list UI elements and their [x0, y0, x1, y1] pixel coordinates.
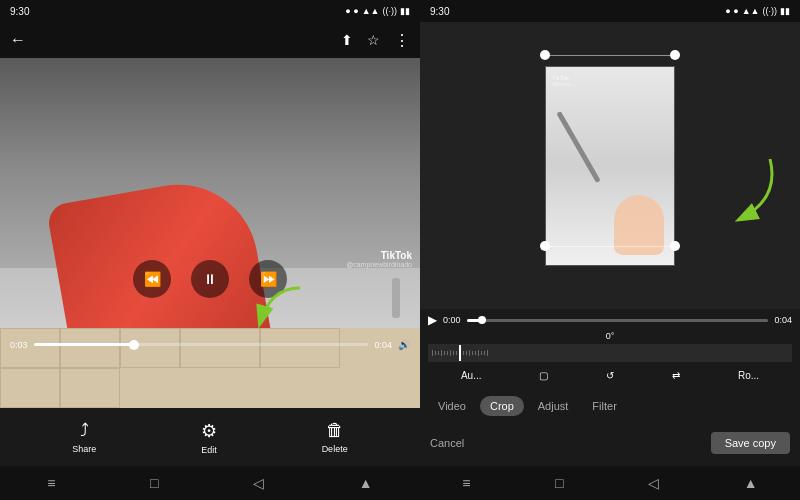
right-panel: 9:30 ● ● ▲▲ ((·)) ▮▮ TikTok@cam... — [420, 0, 800, 500]
crop-handle-tr[interactable] — [670, 50, 680, 60]
bottom-bar-right: Cancel Save copy — [420, 420, 800, 466]
tab-adjust[interactable]: Adjust — [528, 396, 579, 416]
nav-app-icon-right[interactable]: ▲ — [744, 475, 758, 491]
status-icons-right: ● ● ▲▲ ((·)) ▮▮ — [725, 6, 790, 16]
tick-9 — [456, 351, 457, 355]
time-start-left: 0:03 — [10, 340, 28, 350]
forward-button[interactable]: ⏩ — [249, 260, 287, 298]
rewind-button[interactable]: ⏪ — [133, 260, 171, 298]
tick-10 — [463, 351, 464, 355]
volume-icon[interactable]: 🔊 — [398, 339, 410, 350]
progress-fill-left — [34, 343, 134, 346]
tick-15 — [478, 350, 479, 356]
tick-1 — [432, 350, 433, 356]
ruler-row[interactable] — [428, 344, 792, 362]
battery-icon: ▮▮ — [400, 6, 410, 16]
battery-icon-right: ▮▮ — [780, 6, 790, 16]
tick-3 — [438, 351, 439, 355]
nav-app-icon[interactable]: ▲ — [359, 475, 373, 491]
audio-tool-button[interactable]: Au... — [455, 367, 488, 384]
crop-handle-bl[interactable] — [540, 241, 550, 251]
tick-17 — [484, 351, 485, 355]
progress-track-left[interactable] — [34, 343, 369, 346]
notification-dots-right: ● ● — [725, 6, 738, 16]
object-bottom — [392, 278, 400, 318]
status-icons-left: ● ● ▲▲ ((·)) ▮▮ — [345, 6, 410, 16]
crop-handle-br[interactable] — [670, 241, 680, 251]
upload-icon[interactable]: ⬆ — [341, 32, 353, 48]
playback-controls: ⏪ ⏸ ⏩ — [133, 260, 287, 298]
delete-button[interactable]: 🗑 Delete — [322, 420, 348, 454]
nav-menu-icon[interactable]: ≡ — [47, 475, 55, 491]
aspect-tool-button[interactable]: ▢ — [533, 367, 554, 384]
left-panel: 9:30 ● ● ▲▲ ((·)) ▮▮ ← ⬆ ☆ ⋮ — [0, 0, 420, 500]
more-icon[interactable]: ⋮ — [394, 31, 410, 50]
pause-button[interactable]: ⏸ — [191, 260, 229, 298]
progress-dot-left — [129, 340, 139, 350]
timeline-track-right[interactable] — [467, 319, 769, 322]
rotation-value: 0° — [606, 331, 615, 341]
wifi-icon-right: ((·)) — [763, 6, 778, 16]
share-label: Share — [72, 444, 96, 454]
progress-area-left: 0:03 0:04 🔊 — [10, 339, 410, 350]
nav-home-icon[interactable]: □ — [150, 475, 158, 491]
tiktok-small: TikTok@cam... — [552, 75, 574, 87]
tools-row: Au... ▢ ↺ ⇄ Ro... — [428, 365, 792, 386]
nav-home-icon-right[interactable]: □ — [555, 475, 563, 491]
pen-shape — [556, 111, 600, 183]
tick-16 — [481, 351, 482, 355]
rotate-tool-button[interactable]: ↺ — [600, 367, 620, 384]
edit-label: Edit — [201, 445, 217, 455]
playback-time-end: 0:04 — [774, 315, 792, 325]
wifi-icon: ((·)) — [383, 6, 398, 16]
aspect-tool-icon: ▢ — [539, 370, 548, 381]
signal-icon-right: ▲▲ — [742, 6, 760, 16]
tick-6 — [447, 351, 448, 355]
timeline-dot-right — [478, 316, 486, 324]
crop-bottom-row — [540, 241, 680, 251]
crop-top-line — [550, 55, 670, 56]
tab-video[interactable]: Video — [428, 396, 476, 416]
tiktok-watermark: TikTok @campnewbirdinado — [346, 250, 412, 268]
save-copy-button[interactable]: Save copy — [711, 432, 790, 454]
timeline-area-right: ▶ 0:00 0:04 0° — [420, 309, 800, 392]
green-arrow-right — [700, 139, 790, 229]
nav-back-icon-right[interactable]: ◁ — [648, 475, 659, 491]
crop-handle-tl[interactable] — [540, 50, 550, 60]
edit-button[interactable]: ⚙ Edit — [201, 420, 217, 455]
back-icon[interactable]: ← — [10, 31, 26, 49]
time-left: 9:30 — [10, 6, 29, 17]
delete-icon: 🗑 — [326, 420, 344, 441]
cancel-button[interactable]: Cancel — [430, 437, 464, 449]
tick-8 — [453, 351, 454, 355]
nav-back-icon[interactable]: ◁ — [253, 475, 264, 491]
play-button-right[interactable]: ▶ — [428, 313, 437, 327]
top-bar-icons: ⬆ ☆ ⋮ — [341, 31, 410, 50]
flip-tool-button[interactable]: ⇄ — [666, 367, 686, 384]
share-icon: ⤴ — [80, 420, 89, 441]
edit-icon: ⚙ — [201, 420, 217, 442]
tick-13 — [472, 351, 473, 355]
tab-filter[interactable]: Filter — [582, 396, 626, 416]
floor-tile-6 — [0, 368, 60, 408]
rotate2-tool-button[interactable]: Ro... — [732, 367, 765, 384]
nav-menu-icon-right[interactable]: ≡ — [462, 475, 470, 491]
rotate2-tool-label: Ro... — [738, 370, 759, 381]
tick-18 — [487, 350, 488, 356]
video-preview-right: TikTok@cam... — [420, 22, 800, 309]
tick-7 — [450, 350, 451, 356]
time-end-left: 0:04 — [374, 340, 392, 350]
tick-14 — [475, 351, 476, 355]
crop-top-row — [540, 50, 680, 60]
tick-center — [459, 345, 461, 361]
status-bar-left: 9:30 ● ● ▲▲ ((·)) ▮▮ — [0, 0, 420, 22]
share-button[interactable]: ⤴ Share — [72, 420, 96, 454]
audio-tool-label: Au... — [461, 370, 482, 381]
star-icon[interactable]: ☆ — [367, 32, 380, 48]
playback-row-right: ▶ 0:00 0:04 — [428, 313, 792, 327]
tick-5 — [444, 351, 445, 355]
tab-crop[interactable]: Crop — [480, 396, 524, 416]
floor-tile-7 — [60, 368, 120, 408]
tick-11 — [466, 351, 467, 355]
top-bar-left: ← ⬆ ☆ ⋮ — [0, 22, 420, 58]
